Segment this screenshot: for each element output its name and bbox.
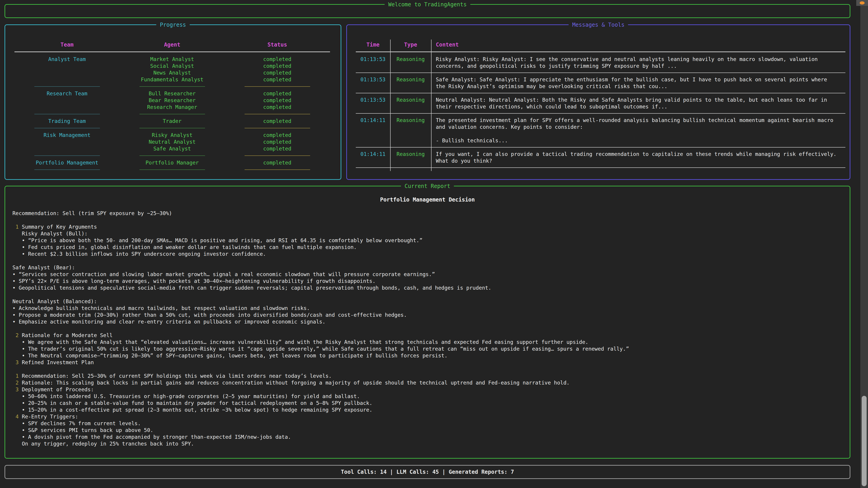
report-line: • A dovish pivot from the Fed accompanie…: [12, 433, 842, 440]
report-line: 2 Rationale for a Moderate Sell: [12, 332, 842, 339]
separator-line: [34, 114, 100, 114]
separator-line: [140, 156, 205, 156]
status-cell: completed: [225, 118, 330, 125]
orange-dot-icon: [860, 1, 865, 4]
separator-line: [140, 86, 205, 87]
report-line: 2 Rationale: This scaling back locks in …: [12, 379, 842, 386]
separator-segment: [120, 110, 225, 118]
report-line: • Propose a moderate trim (20–30%) rathe…: [12, 312, 842, 318]
message-content: the Risky Analyst’s optimism may be over…: [431, 83, 845, 90]
report-line-number: 2: [16, 380, 19, 386]
message-row-line: 01:14:11ReasoningIf you want, I can also…: [356, 151, 845, 158]
message-time: [356, 83, 390, 90]
messages-column-header-time: Time: [356, 41, 390, 48]
report-line-number: 1: [16, 224, 19, 230]
separator-segment: [225, 83, 330, 90]
welcome-panel: Welcome to TradingAgents: [4, 4, 850, 18]
message-row-line: their respective directions, which could…: [356, 103, 845, 110]
report-line: 3 Refined Investment Plan: [12, 359, 842, 366]
team-cell: [14, 138, 120, 145]
progress-row: Social Analystcompleted: [14, 63, 330, 69]
separator-line: [245, 128, 310, 128]
stats-panel: Tool Calls: 14 | LLM Calls: 45 | Generat…: [4, 465, 850, 479]
separator-line: [245, 114, 310, 114]
team-cell: [14, 104, 120, 110]
message-type: [390, 130, 431, 137]
message-type: [390, 158, 431, 164]
team-cell: [14, 76, 120, 83]
terminal-screen: { "colors": { "background": "#232323", "…: [0, 0, 868, 488]
messages-header-row: TimeTypeContent: [356, 41, 845, 48]
separator-line: [356, 147, 845, 148]
team-cell: [14, 63, 120, 69]
report-line: • Emphasize active monitoring and clear …: [12, 318, 842, 325]
message-type: Reasoning: [390, 151, 431, 158]
status-cell: completed: [225, 63, 330, 69]
agent-cell: Research Manager: [120, 104, 225, 110]
report-line: 1 Recommendation: Sell 25–30% of current…: [12, 372, 842, 379]
message-row-line: and valuation concerns. Key points to co…: [356, 124, 845, 130]
report-line: 4 Re-Entry Triggers:: [12, 413, 842, 420]
message-type: Reasoning: [390, 76, 431, 83]
messages-column-header-type: Type: [390, 41, 431, 48]
separator-line: [140, 128, 205, 128]
progress-row: Risk ManagementRisky Analystcompleted: [14, 132, 330, 138]
report-line-number: 3: [16, 359, 19, 365]
team-cell: [14, 69, 120, 76]
progress-row: Research TeamBull Researchercompleted: [14, 90, 330, 97]
agent-cell: Market Analyst: [120, 56, 225, 63]
separator-segment: [120, 152, 225, 159]
agent-cell: Bull Researcher: [120, 90, 225, 97]
message-separator: [356, 69, 845, 76]
separator-segment: [120, 166, 225, 173]
report-line: [12, 291, 842, 298]
rule-line: [14, 52, 330, 52]
rule-line: [356, 52, 845, 52]
progress-panel: Progress TeamAgentStatusAnalyst TeamMark…: [4, 24, 341, 180]
status-cell: completed: [225, 90, 330, 97]
status-cell: completed: [225, 76, 330, 83]
agent-cell: Neutral Analyst: [120, 138, 225, 145]
report-line: • “Services sector contraction and slowi…: [12, 271, 842, 278]
report-line: • S&P services PMI turns back up above 5…: [12, 427, 842, 433]
message-content: If you want, I can also provide a tactic…: [431, 151, 845, 158]
report-heading: Portfolio Management Decision: [12, 196, 842, 203]
separator-line: [140, 114, 205, 114]
progress-separator: [14, 110, 330, 118]
message-content: concerns, and geopolitical risks to just…: [431, 63, 845, 69]
message-time: [356, 124, 390, 130]
message-separator: [356, 144, 845, 151]
status-cell: completed: [225, 97, 330, 104]
status-cell: completed: [225, 69, 330, 76]
report-line: • 50–60% into laddered U.S. Treasuries o…: [12, 393, 842, 400]
report-line: • Geopolitical tensions and speculative …: [12, 285, 842, 291]
separator-segment: [225, 125, 330, 132]
report-line: • Recent $2.3 billion inflows into SPY u…: [12, 251, 842, 257]
message-row-line: 01:13:53ReasoningRisky Analyst: Risky An…: [356, 56, 845, 63]
progress-separator: [14, 125, 330, 132]
progress-column-header: Status: [225, 41, 330, 48]
message-content: The presented investment plan for SPY of…: [431, 117, 845, 124]
messages-panel: Messages & Tools TimeTypeContent01:13:53…: [346, 24, 850, 180]
separator-line: [245, 86, 310, 87]
scrollbar[interactable]: [860, 0, 868, 488]
scrollbar-thumb[interactable]: [862, 396, 867, 486]
message-row-line: 01:13:53ReasoningNeutral Analyst: Neutra…: [356, 96, 845, 103]
report-line: • We agree with the Safe Analyst that “e…: [12, 339, 842, 346]
report-body: Portfolio Management Decision Recommenda…: [12, 196, 842, 447]
report-line-number: 1: [16, 373, 19, 379]
separator-line: [356, 93, 845, 93]
scrollbar-top-button[interactable]: [856, 0, 868, 6]
message-time: 01:13:53: [356, 76, 390, 83]
message-type: [390, 103, 431, 110]
message-type: Reasoning: [390, 117, 431, 124]
report-line: • Fed cuts priced in, global disinflatio…: [12, 244, 842, 251]
agent-cell: Portfolio Manager: [120, 159, 225, 166]
report-line: Neutral Analyst (Balanced):: [12, 298, 842, 305]
status-cell: completed: [225, 145, 330, 152]
message-content: What do you think?: [431, 158, 845, 164]
separator-line: [245, 169, 310, 170]
separator-line: [140, 169, 205, 170]
message-row-line: 01:13:53ReasoningSafe Analyst: Safe Anal…: [356, 76, 845, 83]
separator-line: [356, 72, 845, 73]
